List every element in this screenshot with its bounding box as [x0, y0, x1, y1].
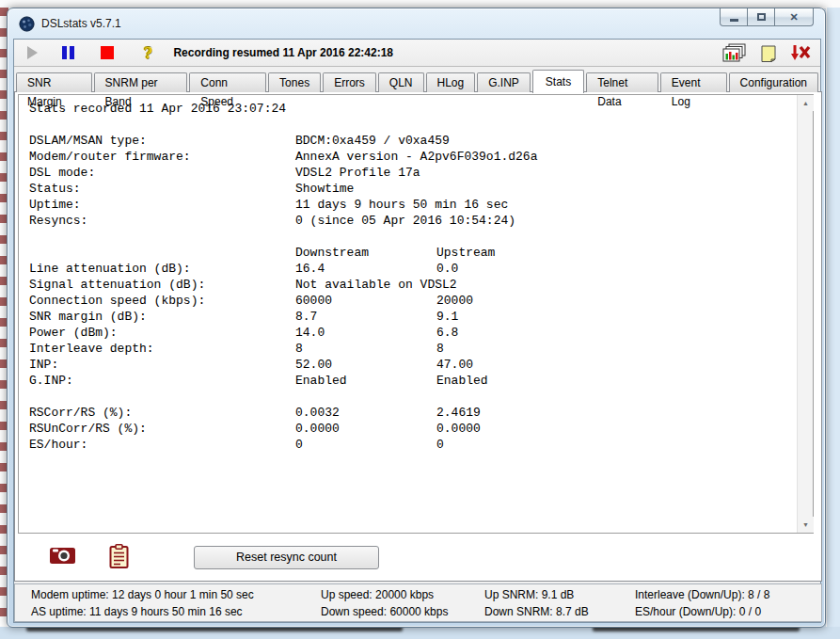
stat-label: RSUnCorr/RS (%): — [29, 422, 295, 438]
tab-stats[interactable]: Stats — [532, 70, 584, 93]
down-snrm-text: Down SNRM: 8.7 dB — [484, 605, 589, 618]
stat-label: DSLAM/MSAN type: — [29, 134, 295, 150]
up-speed-text: Up speed: 20000 kbps — [321, 588, 434, 601]
stop-icon — [101, 46, 114, 59]
info-row: Resyncs:0 (since 05 Apr 2016 10:54:24) — [29, 214, 797, 230]
stat-label: Interleave depth: — [29, 342, 295, 358]
tab-configuration[interactable]: Configuration — [729, 72, 818, 92]
toolbar: ? Recording resumed 11 Apr 2016 22:42:18 — [14, 40, 820, 67]
stat-up: Enabled — [436, 374, 797, 390]
info-row: Status:Showtime — [29, 182, 797, 198]
maximize-icon — [757, 13, 766, 21]
note-icon[interactable] — [760, 44, 777, 62]
stop-recording-button[interactable] — [80, 41, 119, 64]
help-icon: ? — [144, 44, 152, 62]
stats-row: SNR margin (dB):8.79.1 — [29, 310, 797, 326]
stat-label: G.INP: — [29, 374, 295, 390]
stats-scrollbar[interactable]: ▲ ▼ — [797, 95, 813, 533]
title-bar[interactable]: DSLstats v5.7.1 — [8, 8, 825, 39]
stat-down: 8 — [295, 342, 436, 358]
pause-icon — [62, 46, 74, 59]
stat-up: 8 — [436, 342, 797, 358]
stats-row: Power (dBm):14.06.8 — [29, 326, 797, 342]
exit-icon[interactable] — [790, 43, 811, 62]
play-icon — [27, 46, 38, 59]
info-row: DSL mode:VDSL2 Profile 17a — [29, 166, 797, 182]
scroll-down-icon: ▼ — [802, 521, 809, 528]
stat-label: Connection speed (kbps): — [29, 294, 295, 310]
snapshot-camera-icon[interactable] — [49, 544, 77, 565]
stats-row: Line attenuation (dB):16.40.0 — [29, 262, 797, 278]
stat-down: 52.00 — [295, 358, 436, 374]
minimize-icon — [730, 19, 738, 22]
minimize-button[interactable] — [720, 8, 748, 26]
tab-snr-margin[interactable]: SNR Margin — [16, 72, 92, 92]
stat-up: 20000 — [436, 294, 797, 310]
stats-row: Connection speed (kbps):6000020000 — [29, 294, 797, 310]
tab-conn-speed[interactable]: Conn Speed — [189, 72, 266, 92]
as-uptime-text: AS uptime: 11 days 9 hours 50 min 16 sec — [31, 605, 243, 618]
stats-tab-page: Stats recorded 11 Apr 2016 23:07:24 DSLA… — [14, 91, 822, 582]
tab-hlog[interactable]: HLog — [426, 72, 476, 92]
stat-label: SNR margin (dB): — [29, 310, 295, 326]
stats-panel: Stats recorded 11 Apr 2016 23:07:24 DSLA… — [18, 94, 814, 534]
stat-down: 0.0000 — [295, 422, 436, 438]
stat-down: 8.7 — [295, 310, 436, 326]
stats-row: INP:52.0047.00 — [29, 358, 797, 374]
window-title: DSLstats v5.7.1 — [41, 17, 121, 30]
stats-row: Signal attenuation (dB):Not available on… — [29, 278, 797, 294]
stat-label: INP: — [29, 358, 295, 374]
stat-down: Enabled — [295, 374, 436, 390]
tab-tones[interactable]: Tones — [268, 72, 321, 92]
column-header-row: DownstreamUpstream — [29, 246, 797, 262]
stats-text: Stats recorded 11 Apr 2016 23:07:24 DSLA… — [19, 95, 797, 533]
es-hour-text: ES/hour (Down/Up): 0 / 0 — [635, 605, 761, 618]
stat-label: Modem/router firmware: — [29, 150, 295, 166]
stat-label: DSL mode: — [29, 166, 295, 182]
pause-recording-button[interactable] — [43, 41, 80, 64]
stat-value: VDSL2 Profile 17a — [295, 166, 436, 182]
scroll-down-button[interactable]: ▼ — [798, 517, 814, 533]
info-row: Modem/router firmware:AnnexA version - A… — [29, 150, 797, 166]
stat-label: RSCorr/RS (%): — [29, 406, 295, 422]
stat-label: Power (dBm): — [29, 326, 295, 342]
info-row: DSLAM/MSAN type:BDCM:0xa459 / v0xa459 — [29, 134, 797, 150]
maximize-button[interactable] — [747, 8, 775, 26]
stat-up — [436, 278, 797, 294]
stat-down: 0 — [295, 438, 436, 454]
clipboard-icon[interactable] — [109, 544, 129, 568]
downstream-header: Downstream — [295, 246, 436, 262]
tab-qln[interactable]: QLN — [378, 72, 424, 92]
graphs-stack-icon[interactable] — [721, 43, 747, 63]
modem-uptime-text: Modem uptime: 12 days 0 hour 1 min 50 se… — [31, 588, 254, 601]
stat-down: 60000 — [295, 294, 436, 310]
tab-bar: SNR Margin SNRM per Band Conn Speed Tone… — [16, 69, 820, 92]
stat-up: 9.1 — [436, 310, 797, 326]
close-button[interactable]: ✕ — [774, 8, 814, 26]
stat-value: 11 days 9 hours 50 min 16 sec — [295, 198, 436, 214]
tab-telnet-data[interactable]: Telnet Data — [586, 72, 658, 92]
scroll-up-button[interactable]: ▲ — [798, 95, 814, 111]
tab-errors[interactable]: Errors — [323, 72, 376, 92]
stat-up: 47.00 — [436, 358, 797, 374]
toolbar-right-icons — [721, 43, 820, 63]
window-controls: ✕ — [721, 8, 814, 26]
client-area: ? Recording resumed 11 Apr 2016 22:42:18 — [13, 39, 821, 623]
stats-row: G.INP:EnabledEnabled — [29, 374, 797, 390]
stat-down: 14.0 — [295, 326, 436, 342]
stat-value: AnnexA version - A2pv6F039o1.d26a — [295, 150, 436, 166]
tab-snrm-per-band[interactable]: SNRM per Band — [94, 72, 188, 92]
stats-row: Interleave depth:88 — [29, 342, 797, 358]
close-icon: ✕ — [789, 12, 798, 23]
tab-ginp[interactable]: G.INP — [477, 72, 531, 92]
down-speed-text: Down speed: 60000 kbps — [321, 605, 448, 618]
stat-label: Resyncs: — [29, 214, 295, 230]
info-row: Uptime:11 days 9 hours 50 min 16 sec — [29, 198, 797, 214]
stat-value: BDCM:0xa459 / v0xa459 — [295, 134, 436, 150]
stat-down: Not available on VDSL2 — [295, 278, 436, 294]
help-button[interactable]: ? — [119, 41, 158, 64]
start-recording-button[interactable] — [14, 41, 43, 64]
reset-resync-count-button[interactable]: Reset resync count — [194, 546, 379, 569]
tab-event-log[interactable]: Event Log — [660, 72, 727, 92]
stat-label: Uptime: — [29, 198, 295, 214]
